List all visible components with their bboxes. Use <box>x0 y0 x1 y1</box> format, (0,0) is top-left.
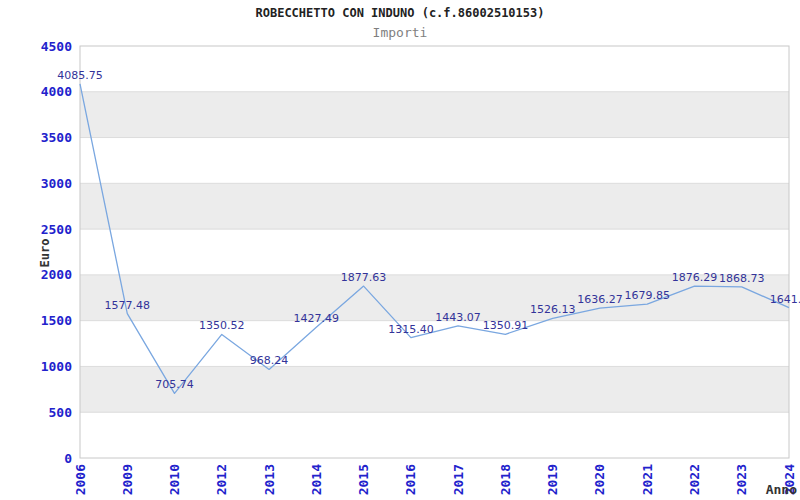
grid-band <box>80 183 789 229</box>
point-label: 1868.73 <box>719 272 765 285</box>
y-tick-label: 0 <box>64 451 72 466</box>
point-label: 1641.6 <box>770 293 800 306</box>
x-tick-label: 2020 <box>592 464 607 495</box>
x-tick-label: 2017 <box>451 464 466 495</box>
x-tick-label: 2023 <box>734 464 749 495</box>
x-axis-title: Anno <box>766 482 797 497</box>
x-tick-label: 2022 <box>687 464 702 495</box>
x-tick-label: 2016 <box>403 464 418 495</box>
y-tick-label: 1500 <box>41 313 72 328</box>
y-tick-label: 3000 <box>41 176 72 191</box>
y-tick-label: 2000 <box>41 267 72 282</box>
y-tick-label: 4000 <box>41 84 72 99</box>
point-label: 1876.29 <box>672 271 718 284</box>
y-tick-label: 500 <box>49 405 73 420</box>
y-axis-title: Euro <box>38 239 52 268</box>
point-label: 1315.40 <box>388 323 434 336</box>
point-label: 4085.75 <box>57 69 103 82</box>
x-tick-label: 2010 <box>167 464 182 495</box>
point-label: 1577.48 <box>105 299 151 312</box>
line-chart-plot: 4085.751577.48705.741350.52968.241427.49… <box>0 0 800 500</box>
grid-band <box>80 92 789 138</box>
point-label: 1350.91 <box>483 319 529 332</box>
point-label: 968.24 <box>250 354 289 367</box>
point-label: 1443.07 <box>435 311 481 324</box>
x-tick-label: 2012 <box>214 464 229 495</box>
x-tick-label: 2018 <box>498 464 513 495</box>
point-label: 1679.85 <box>624 289 670 302</box>
x-tick-label: 2013 <box>262 464 277 495</box>
y-tick-label: 4500 <box>41 39 72 54</box>
point-label: 1350.52 <box>199 319 245 332</box>
y-tick-label: 2500 <box>41 222 72 237</box>
point-label: 1877.63 <box>341 271 387 284</box>
chart-container: ROBECCHETTO CON INDUNO (c.f.86002510153)… <box>0 0 800 500</box>
x-tick-label: 2015 <box>356 464 371 495</box>
point-label: 1526.13 <box>530 303 576 316</box>
x-tick-label: 2006 <box>73 464 88 495</box>
point-label: 1636.27 <box>577 293 623 306</box>
x-tick-label: 2014 <box>309 464 324 495</box>
point-label: 1427.49 <box>294 312 340 325</box>
point-label: 705.74 <box>155 378 194 391</box>
x-tick-label: 2019 <box>545 464 560 495</box>
x-tick-label: 2009 <box>120 464 135 495</box>
y-tick-label: 3500 <box>41 130 72 145</box>
y-tick-label: 1000 <box>41 359 72 374</box>
x-tick-label: 2021 <box>640 464 655 495</box>
